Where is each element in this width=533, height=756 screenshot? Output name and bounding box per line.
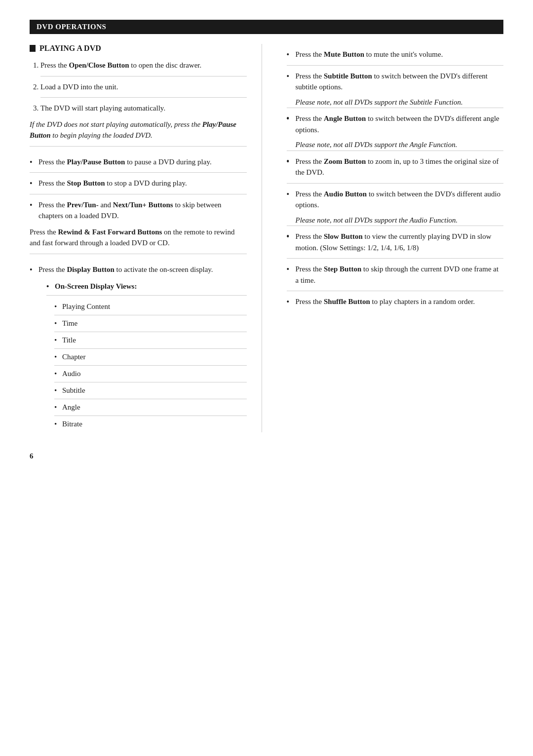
- right-bullet-list: Press the Mute Button to mute the unit's…: [287, 44, 504, 312]
- list-item: Load a DVD into the unit.: [40, 81, 247, 98]
- list-item: Press the Zoom Button to zoom in, up to …: [287, 151, 504, 184]
- list-item: Press the Step Button to skip through th…: [287, 259, 504, 291]
- list-item: Audio: [54, 366, 247, 382]
- display-views-list: Playing Content Time Title Chapter Audio…: [46, 299, 247, 432]
- list-item: Angle: [54, 399, 247, 416]
- section-title: PLAYING A DVD: [30, 44, 247, 53]
- list-item: Time: [54, 315, 247, 332]
- list-item: Press the Stop Button to stop a DVD duri…: [30, 173, 247, 194]
- display-list: Press the Display Button to activate the…: [30, 259, 247, 432]
- right-column: Press the Mute Button to mute the unit's…: [282, 44, 504, 432]
- section-icon: [30, 45, 36, 52]
- on-screen-label: On-Screen Display Views:: [46, 279, 247, 296]
- list-item: The DVD will start playing automatically…: [40, 103, 247, 114]
- rewind-block: Press the Rewind & Fast Forward Buttons …: [30, 222, 247, 254]
- angle-note: Please note, not all DVDs support the An…: [287, 139, 504, 151]
- list-item: Bitrate: [54, 416, 247, 432]
- section-title-text: PLAYING A DVD: [39, 44, 101, 53]
- list-item: Press the Audio Button to switch between…: [287, 184, 504, 226]
- list-item: Playing Content: [54, 299, 247, 315]
- list-item: Press the Slow Button to view the curren…: [287, 226, 504, 259]
- list-item: Press the Prev/Tun- and Next/Tun+ Button…: [30, 194, 247, 222]
- list-item: Press the Subtitle Button to switch betw…: [287, 66, 504, 108]
- list-item: Press the Mute Button to mute the unit's…: [287, 44, 504, 66]
- bullet-list: Press the Play/Pause Button to pause a D…: [30, 151, 247, 222]
- list-item: Title: [54, 332, 247, 349]
- list-item: • Press the Angle Button to switch betwe…: [287, 108, 504, 151]
- header-title: DVD OPERATIONS: [37, 23, 106, 31]
- sub-list-container: On-Screen Display Views: Playing Content…: [38, 279, 247, 432]
- list-item: Press the Open/Close Button to open the …: [40, 60, 247, 76]
- list-item: Press the Display Button to activate the…: [30, 259, 247, 432]
- numbered-list: Press the Open/Close Button to open the …: [30, 60, 247, 114]
- left-column: PLAYING A DVD Press the Open/Close Butto…: [30, 44, 262, 432]
- list-item: Subtitle: [54, 382, 247, 399]
- page-number: 6: [30, 452, 503, 460]
- list-item: Press the Play/Pause Button to pause a D…: [30, 151, 247, 173]
- audio-note: Please note, not all DVDs support the Au…: [296, 215, 504, 226]
- subtitle-note: Please note, not all DVDs support the Su…: [296, 97, 504, 108]
- page-header: DVD OPERATIONS: [30, 20, 503, 34]
- list-item: Press the Shuffle Button to play chapter…: [287, 291, 504, 312]
- italic-note: If the DVD does not start playing automa…: [30, 119, 247, 147]
- list-item: Chapter: [54, 349, 247, 366]
